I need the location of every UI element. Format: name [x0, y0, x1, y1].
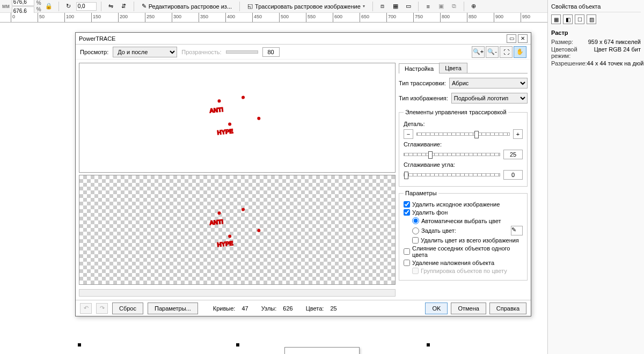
opt-delete-background[interactable]: Удалить фон: [404, 209, 523, 216]
redo-icon[interactable]: ↷: [96, 303, 108, 314]
mirror-v-icon[interactable]: ⇵: [119, 1, 129, 12]
rotation-input[interactable]: [76, 2, 97, 11]
percent-label: %: [36, 0, 41, 6]
trace-stats: Кривые:47 Узлы:626 Цвета:25: [213, 305, 337, 312]
detail-slider[interactable]: [416, 132, 510, 136]
trace-bitmap-icon: ◱: [247, 3, 253, 10]
object-properties-docker: Свойства объекта ▦ ◧ ☐ ▨ Растр Размер:95…: [547, 0, 644, 354]
preview-scrollbar[interactable]: [79, 289, 396, 297]
svg-point-4: [257, 116, 261, 120]
transparency-slider: [226, 50, 258, 54]
opt-set-color[interactable]: Задать цвет:✎: [412, 226, 523, 235]
lock-ratio-icon[interactable]: 🔒: [43, 1, 54, 12]
straighten-icon[interactable]: ▭: [403, 1, 414, 12]
prop-value: 959 x 674 пикселей: [588, 39, 641, 45]
add-icon[interactable]: ⊕: [469, 1, 479, 12]
corner-input[interactable]: [503, 170, 523, 180]
zoom-in-icon[interactable]: 🔍+: [472, 46, 485, 58]
link-icon[interactable]: ⧉: [449, 1, 459, 12]
prop-key: Размер:: [551, 39, 573, 45]
object-width-input[interactable]: [12, 0, 34, 6]
tab-colors[interactable]: Цвета: [439, 63, 467, 73]
transparency-icon[interactable]: ☐: [575, 14, 584, 24]
rotate-icon[interactable]: ↻: [63, 1, 74, 12]
zoom-fit-icon[interactable]: ⛶: [500, 46, 513, 58]
prop-key: Разрешение:: [551, 60, 587, 67]
prop-key: Цветовой режим:: [551, 46, 594, 59]
smoothing-slider[interactable]: [404, 153, 500, 156]
corner-slider[interactable]: [404, 173, 500, 176]
smoothing-label: Сглаживание:: [404, 141, 442, 148]
preview-column: ANTI HYPE ANTI HYPE: [79, 63, 396, 297]
opt-auto-pick-color[interactable]: Автоматически выбрать цвет: [412, 217, 523, 224]
ok-button[interactable]: OK: [425, 303, 448, 314]
trace-controls-group: Элементы управления трассировкой Деталь:…: [399, 109, 528, 187]
align-icon[interactable]: ≡: [423, 1, 434, 12]
zoom-out-icon[interactable]: 🔍-: [486, 46, 499, 58]
pan-icon[interactable]: ✋: [514, 46, 526, 58]
preview-after[interactable]: ANTI HYPE: [79, 175, 396, 285]
image-type-label: Тип изображения:: [399, 95, 448, 101]
options-group: Параметры Удалить исходное изображение У…: [399, 190, 528, 281]
svg-point-2: [217, 99, 221, 103]
fill-icon[interactable]: ◧: [563, 14, 573, 24]
opt-remove-color-everywhere[interactable]: Удалить цвет из всего изображения: [412, 237, 523, 244]
help-button[interactable]: Справка: [489, 303, 526, 314]
options-legend: Параметры: [404, 190, 438, 196]
svg-point-5: [228, 122, 232, 126]
parameters-button[interactable]: Параметры...: [148, 303, 198, 314]
mirror-h-icon[interactable]: ⇋: [106, 1, 116, 12]
dialog-titlebar[interactable]: PowerTRACE ▭ ✕: [76, 33, 531, 45]
curves-label: Кривые:: [213, 305, 236, 312]
svg-point-10: [257, 228, 261, 232]
preview-mode-select[interactable]: До и после: [113, 47, 177, 57]
svg-text:HYPE: HYPE: [217, 239, 233, 247]
preview-before-image: ANTI HYPE: [194, 83, 280, 153]
preview-label: Просмотр:: [80, 49, 108, 55]
percent-label: %: [36, 6, 41, 12]
svg-point-3: [241, 95, 245, 99]
cancel-button[interactable]: Отмена: [451, 303, 486, 314]
page-outline: [284, 347, 360, 354]
wrap-icon[interactable]: ▣: [436, 1, 447, 12]
undo-icon[interactable]: ↶: [80, 303, 92, 314]
close-icon[interactable]: ✕: [518, 34, 528, 43]
nodes-value: 626: [283, 305, 292, 312]
resample-icon[interactable]: ▦: [390, 1, 401, 12]
edit-bitmap-icon: ✎: [142, 3, 147, 10]
curves-value: 47: [241, 305, 248, 312]
edit-bitmap-button[interactable]: ✎ Редактировать растровое из...: [138, 1, 235, 12]
outline-icon[interactable]: ▦: [551, 14, 561, 24]
bitmap-icon[interactable]: ▨: [587, 14, 596, 24]
selection-handle[interactable]: [236, 343, 239, 346]
svg-text:HYPE: HYPE: [217, 127, 233, 135]
chevron-down-icon: ▾: [363, 4, 365, 9]
opt-group-by-color: Группировка объектов по цвету: [412, 268, 523, 274]
tab-settings[interactable]: Настройка: [399, 63, 440, 73]
transparency-input[interactable]: [262, 47, 280, 57]
prop-value: 44 x 44 точек на дюйм: [587, 60, 644, 67]
crop-icon[interactable]: ⧈: [377, 1, 388, 12]
dialog-toolbar: Просмотр: До и после Прозрачность: 🔍+ 🔍-…: [76, 45, 531, 60]
detail-minus-icon[interactable]: −: [404, 129, 413, 139]
maximize-icon[interactable]: ▭: [507, 34, 516, 43]
smoothing-input[interactable]: [503, 150, 523, 159]
reset-button[interactable]: Сброс: [112, 303, 143, 314]
trace-controls-legend: Элементы управления трассировкой: [404, 109, 508, 115]
powertrace-dialog: PowerTRACE ▭ ✕ Просмотр: До и после Проз…: [75, 32, 531, 316]
opt-delete-source[interactable]: Удалить исходное изображение: [404, 201, 523, 208]
detail-plus-icon[interactable]: +: [513, 129, 523, 139]
opt-remove-overlap[interactable]: Удаление наложения объекта: [404, 260, 523, 266]
unit-label: мм: [2, 3, 10, 9]
selection-handle[interactable]: [78, 343, 81, 346]
color-picker-icon[interactable]: ✎: [511, 226, 523, 235]
trace-bitmap-button[interactable]: ◱ Трассировать растровое изображение ▾: [244, 1, 368, 12]
trace-type-select[interactable]: Абрис: [449, 78, 528, 88]
image-type-select[interactable]: Подробный логотип: [451, 93, 528, 104]
selection-handle[interactable]: [427, 343, 430, 346]
colors-label: Цвета:: [306, 305, 324, 312]
preview-before[interactable]: ANTI HYPE: [79, 63, 396, 173]
trace-bitmap-label: Трассировать растровое изображение: [255, 3, 361, 10]
docker-section-title: Растр: [551, 30, 641, 36]
opt-merge-adjacent[interactable]: Слияние соседних объектов одного цвета: [404, 245, 523, 258]
